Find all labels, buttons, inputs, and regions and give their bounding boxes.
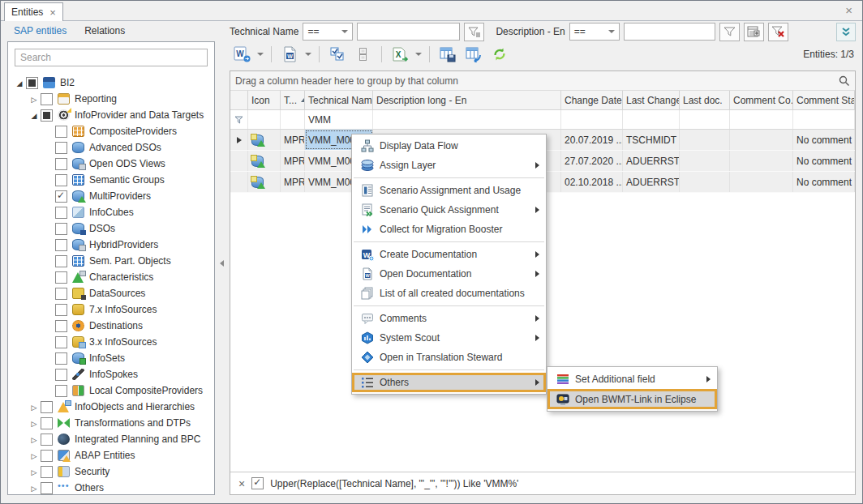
tree-item-semantic-groups[interactable]: Semantic Groups	[8, 172, 214, 188]
checkbox[interactable]	[41, 450, 53, 462]
tree-item-infosets[interactable]: InfoSets	[8, 350, 214, 366]
column-header-type[interactable]: T...	[281, 91, 305, 109]
tree-item-datasources[interactable]: DataSources	[8, 285, 214, 301]
tree-item-compositeproviders[interactable]: CompositeProviders	[8, 123, 214, 139]
tree-item-security[interactable]: Security	[8, 463, 214, 480]
checkbox[interactable]	[55, 174, 67, 186]
tree-item-integrated-planning[interactable]: Integrated Planning and BPC	[8, 431, 214, 447]
checkbox[interactable]	[55, 142, 67, 154]
panel-close-icon[interactable]: ×	[845, 4, 852, 16]
filter-cell-comment-co[interactable]	[730, 110, 793, 129]
checkbox[interactable]	[55, 271, 67, 284]
tree-item-destinations[interactable]: Destinations	[8, 318, 214, 334]
remove-filter-icon[interactable]: ×	[238, 478, 245, 489]
checkbox[interactable]	[55, 190, 67, 203]
export-excel-button[interactable]: X	[388, 45, 412, 64]
checkbox[interactable]	[55, 255, 67, 267]
expand-icon[interactable]	[28, 109, 41, 121]
tree-item-infospokes[interactable]: InfoSpokes	[8, 366, 214, 382]
tree-item-infocubes[interactable]: InfoCubes	[8, 204, 214, 220]
column-header-technical-name[interactable]: Technical Name	[305, 91, 373, 109]
column-header-icon[interactable]: Icon	[248, 91, 281, 109]
menu-item-scenario-quick-assignment[interactable]: Scenario Quick Assignment	[352, 200, 546, 220]
tree-item-transformations[interactable]: Transformations and DTPs	[8, 415, 214, 431]
save-layout-button[interactable]	[436, 45, 460, 64]
menu-item-system-scout[interactable]: System Scout	[352, 328, 546, 348]
tree-item-multiproviders[interactable]: MultiProviders	[8, 188, 214, 204]
column-header-comment-sta[interactable]: Comment Sta...	[793, 91, 855, 109]
expand-icon[interactable]	[28, 434, 41, 445]
checkbox[interactable]	[55, 288, 67, 300]
filter-cell-description[interactable]	[373, 110, 561, 129]
column-header-comment-co[interactable]: Comment Co...	[730, 91, 793, 109]
tree-item-characteristics[interactable]: Characteristics	[8, 269, 214, 285]
filter-cell-technical-name[interactable]: VMM	[305, 110, 373, 129]
expand-filter-panel-button[interactable]	[836, 23, 856, 41]
filter-cell-comment-sta[interactable]	[793, 110, 855, 129]
description-operator-select[interactable]: ==	[569, 23, 620, 41]
tree-item-advanced-dsos[interactable]: Advanced DSOs	[8, 139, 214, 156]
tree-item-bi2[interactable]: BI2	[8, 75, 214, 91]
checkbox[interactable]	[55, 385, 67, 397]
create-documentation-button[interactable]: W	[230, 45, 254, 64]
column-header-description[interactable]: Description long - En	[373, 91, 561, 109]
restore-layout-button[interactable]	[462, 45, 486, 64]
menu-item-list-of-documentations[interactable]: List of all created documentations	[352, 284, 546, 303]
expand-icon[interactable]	[28, 466, 41, 477]
group-by-bar[interactable]: Drag a column header here to group by th…	[230, 71, 855, 91]
menu-item-set-additional-field[interactable]: Set Additional field	[547, 369, 717, 389]
tree-item-infoprovider[interactable]: InfoProvider and Data Targets	[8, 107, 214, 123]
tree-item-others[interactable]: Others	[8, 480, 214, 495]
filter-cell-icon[interactable]	[248, 110, 281, 129]
export-dropdown[interactable]	[414, 45, 423, 64]
column-header-change-date[interactable]: Change Date	[561, 91, 623, 109]
tree-item-dsos[interactable]: DSOs	[8, 220, 214, 237]
menu-item-collect-migration-booster[interactable]: Collect for Migration Booster	[352, 220, 546, 239]
search-input[interactable]	[15, 49, 207, 66]
panel-splitter[interactable]	[217, 22, 228, 495]
checkbox[interactable]	[55, 239, 67, 251]
create-documentation-dropdown[interactable]	[255, 45, 265, 64]
tab-relations[interactable]: Relations	[79, 23, 135, 41]
filter-cell-type[interactable]	[281, 110, 305, 129]
menu-item-open-translation-steward[interactable]: Open in Translation Steward	[352, 348, 546, 367]
tree-item-infoobjects[interactable]: InfoObjects and Hierarchies	[8, 399, 214, 415]
checkbox[interactable]	[55, 126, 67, 138]
tree-item-local-compositeproviders[interactable]: Local CompositeProviders	[8, 382, 214, 399]
technical-name-filter-button[interactable]	[464, 23, 484, 41]
menu-item-create-documentation[interactable]: W Create Documentation	[352, 245, 546, 264]
filter-cell-change-date[interactable]	[561, 110, 623, 129]
checkbox[interactable]	[55, 369, 67, 381]
checkbox[interactable]	[41, 93, 53, 105]
open-documentation-button[interactable]: W	[277, 45, 302, 64]
tree-item-sem-part-objects[interactable]: Sem. Part. Objects	[8, 253, 214, 269]
checkbox[interactable]	[55, 304, 67, 316]
menu-item-assign-layer[interactable]: Assign Layer	[352, 156, 546, 175]
tree-item-hybridproviders[interactable]: HybridProviders	[8, 237, 214, 253]
tab-close-icon[interactable]: ×	[49, 7, 56, 18]
checkbox[interactable]	[41, 434, 53, 446]
check-all-button[interactable]	[325, 45, 350, 64]
menu-item-open-documentation[interactable]: W Open Documentation	[352, 264, 546, 284]
menu-item-others[interactable]: Others	[352, 373, 546, 392]
expand-icon[interactable]	[28, 482, 41, 493]
checkbox[interactable]	[41, 482, 53, 494]
technical-name-operator-select[interactable]: ==	[303, 23, 353, 41]
menu-item-scenario-assignment[interactable]: Scenario Assignment and Usage	[352, 181, 546, 200]
description-filter-button[interactable]	[719, 23, 740, 41]
column-header-last-change[interactable]: Last Change...	[623, 91, 680, 109]
column-header-last-doc[interactable]: Last doc.	[680, 91, 730, 109]
tab-entities[interactable]: Entities ×	[4, 2, 63, 21]
tree-item-reporting[interactable]: Reporting	[8, 91, 214, 107]
description-filter-input[interactable]	[625, 23, 715, 40]
filter-expression[interactable]: Upper(Replace([Technical Name], "'_'", "…	[270, 478, 518, 489]
refresh-button[interactable]	[487, 45, 512, 64]
checkbox[interactable]	[41, 466, 53, 478]
menu-item-open-bwmt-link-in-eclipse[interactable]: Open BWMT-Link in Eclipse	[547, 389, 717, 409]
collapse-panel-icon[interactable]	[220, 260, 224, 267]
checkbox[interactable]	[55, 336, 67, 348]
checkbox[interactable]	[55, 320, 67, 332]
technical-name-filter-input[interactable]	[358, 23, 459, 40]
expand-icon[interactable]	[28, 450, 41, 461]
open-documentation-dropdown[interactable]	[303, 45, 313, 64]
